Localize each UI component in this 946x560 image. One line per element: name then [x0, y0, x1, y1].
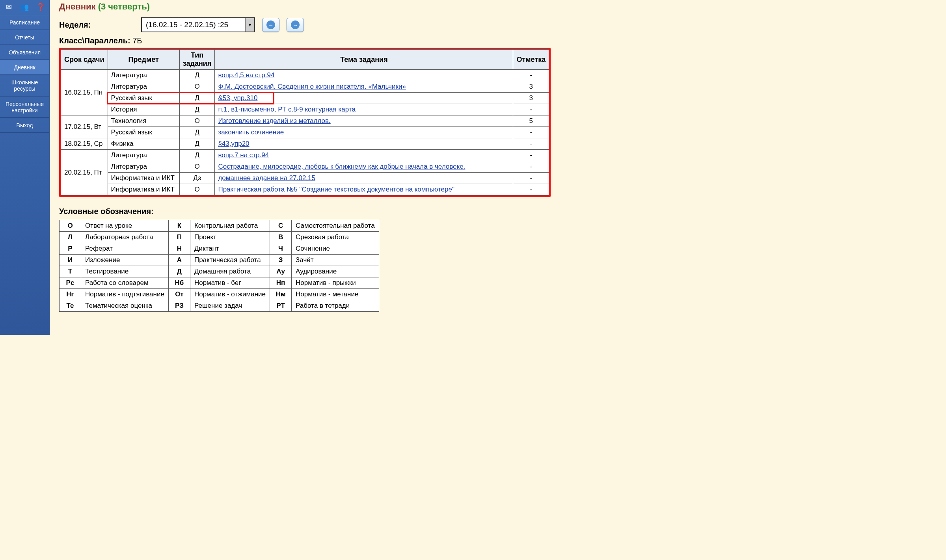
mark-cell: -: [513, 70, 549, 81]
chevron-down-icon[interactable]: ▼: [245, 18, 254, 32]
legend-code: Нб: [168, 277, 190, 289]
mail-icon[interactable]: ✉: [3, 2, 14, 13]
assignments-table: Срок сдачиПредметТип заданияТема задания…: [61, 49, 549, 195]
arrow-left-icon: ←: [266, 20, 275, 29]
subject-cell: Литература: [108, 70, 179, 81]
topic-cell: §43,упр20: [215, 138, 513, 150]
legend-row: ООтвет на урокеККонтрольная работаССамос…: [60, 220, 379, 232]
sidebar-item-1[interactable]: Отчеты: [0, 30, 49, 45]
topic-cell: Ф.М. Достоевский. Сведения о жизни писат…: [215, 81, 513, 93]
sidebar: ✉ 👥 ❓ РасписаниеОтчетыОбъявленияДневникШ…: [0, 0, 50, 335]
type-cell: Д: [179, 104, 215, 115]
type-cell: Д: [179, 93, 215, 104]
topic-link[interactable]: §43,упр20: [218, 140, 249, 147]
type-cell: Д: [179, 138, 215, 150]
legend-table: ООтвет на урокеККонтрольная работаССамос…: [59, 220, 379, 312]
sidebar-item-5[interactable]: Персональные настройки: [0, 97, 49, 118]
assign-col-4: Отметка: [513, 50, 549, 70]
subject-cell: История: [108, 104, 179, 115]
topic-link[interactable]: вопр.7 на стр.94: [218, 151, 269, 159]
legend-text: Норматив - бег: [190, 277, 270, 289]
subject-cell: Русский язык: [108, 93, 179, 104]
legend-text: Тестирование: [81, 266, 169, 277]
legend-text: Практическая работа: [190, 255, 270, 266]
topic-link[interactable]: Практическая работа №5 "Создание текстов…: [218, 186, 454, 193]
legend-code: Нг: [60, 289, 81, 300]
topic-link[interactable]: домашнее задание на 27.02.15: [218, 174, 315, 182]
sidebar-item-2[interactable]: Объявления: [0, 45, 49, 60]
legend-text: Срезовая работа: [292, 232, 379, 243]
legend-text: Домашняя работа: [190, 266, 270, 277]
subject-cell: Литература: [108, 161, 179, 173]
type-cell: Дз: [179, 173, 215, 184]
type-cell: Д: [179, 127, 215, 138]
topic-link[interactable]: п.1, в1-письменно, РТ с.8-9 контурная ка…: [218, 106, 355, 113]
prev-week-button[interactable]: ←: [262, 18, 279, 32]
class-label: Класс\Параллель:: [59, 36, 130, 45]
sidebar-item-0[interactable]: Расписание: [0, 15, 49, 30]
legend-row: ЛЛабораторная работаППроектВСрезовая раб…: [60, 232, 379, 243]
help-icon[interactable]: ❓: [35, 2, 46, 13]
mark-cell: -: [513, 150, 549, 161]
type-cell: О: [179, 161, 215, 173]
users-icon[interactable]: 👥: [19, 2, 30, 13]
next-week-button[interactable]: →: [287, 18, 304, 32]
mark-cell: 5: [513, 115, 549, 127]
legend-row: НгНорматив - подтягиваниеОтНорматив - от…: [60, 289, 379, 300]
assign-col-0: Срок сдачи: [61, 50, 108, 70]
assign-col-3: Тема задания: [215, 50, 513, 70]
table-row: Русский языкДзакончить сочинение-: [61, 127, 549, 138]
legend-text: Норматив - подтягивание: [81, 289, 169, 300]
type-cell: О: [179, 81, 215, 93]
topic-link[interactable]: Ф.М. Достоевский. Сведения о жизни писат…: [218, 83, 406, 90]
topic-cell: домашнее задание на 27.02.15: [215, 173, 513, 184]
subject-cell: Литература: [108, 150, 179, 161]
topic-cell: Практическая работа №5 "Создание текстов…: [215, 184, 513, 195]
legend-code: В: [270, 232, 292, 243]
topic-cell: п.1, в1-письменно, РТ с.8-9 контурная ка…: [215, 104, 513, 115]
legend-code: Ау: [270, 266, 292, 277]
assign-col-2: Тип задания: [179, 50, 215, 70]
date-cell: 16.02.15, Пн: [61, 70, 108, 115]
week-select-value: (16.02.15 - 22.02.15) :25: [142, 20, 245, 29]
page-title-main: Дневник: [59, 2, 96, 11]
legend-text: Норматив - метание: [292, 289, 379, 300]
table-row: Русский языкД&53, упр.3103: [61, 93, 549, 104]
topic-cell: &53, упр.310: [215, 93, 513, 104]
sidebar-icons: ✉ 👥 ❓: [0, 0, 49, 15]
assign-col-1: Предмет: [108, 50, 179, 70]
legend-code: А: [168, 255, 190, 266]
week-select[interactable]: (16.02.15 - 22.02.15) :25 ▼: [141, 17, 255, 32]
sidebar-item-3[interactable]: Дневник: [0, 60, 49, 75]
legend-text: Ответ на уроке: [81, 220, 169, 232]
legend-text: Лабораторная работа: [81, 232, 169, 243]
legend-text: Контрольная работа: [190, 220, 270, 232]
subject-cell: Информатика и ИКТ: [108, 173, 179, 184]
sidebar-item-6[interactable]: Выход: [0, 118, 49, 133]
type-cell: О: [179, 184, 215, 195]
topic-link[interactable]: &53, упр.310: [218, 94, 257, 102]
topic-link[interactable]: закончить сочинение: [218, 128, 284, 136]
date-cell: 20.02.15, Пт: [61, 150, 108, 195]
topic-link[interactable]: вопр.4,5 на стр.94: [218, 71, 274, 79]
legend-code: Н: [168, 243, 190, 255]
type-cell: О: [179, 115, 215, 127]
legend-text: Норматив - отжимание: [190, 289, 270, 300]
legend-code: Р: [60, 243, 81, 255]
topic-link[interactable]: Изготовление изделий из металлов.: [218, 117, 330, 125]
topic-link[interactable]: Сострадание, милосердие, любовь к ближне…: [218, 163, 465, 170]
legend-text: Решение задач: [190, 300, 270, 312]
legend-title: Условные обозначения:: [59, 207, 940, 216]
legend-text: Самостоятельная работа: [292, 220, 379, 232]
legend-code: О: [60, 220, 81, 232]
type-cell: Д: [179, 150, 215, 161]
legend-code: От: [168, 289, 190, 300]
table-row: ЛитератураОФ.М. Достоевский. Сведения о …: [61, 81, 549, 93]
legend-text: Работа со словарем: [81, 277, 169, 289]
sidebar-item-4[interactable]: Школьные ресурсы: [0, 75, 49, 96]
legend-row: ТТестированиеДДомашняя работаАуАудирован…: [60, 266, 379, 277]
mark-cell: 3: [513, 81, 549, 93]
subject-cell: Технология: [108, 115, 179, 127]
legend-code: П: [168, 232, 190, 243]
table-row: 18.02.15, СрФизикаД§43,упр20-: [61, 138, 549, 150]
